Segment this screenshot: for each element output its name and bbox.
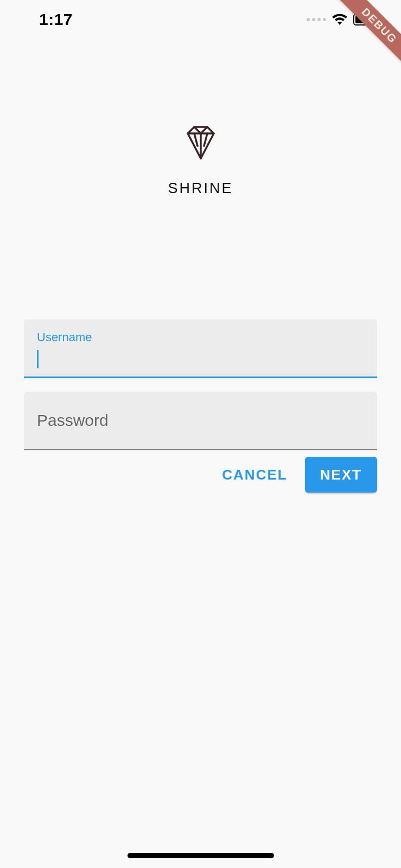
status-bar: 1:17 xyxy=(0,0,401,39)
svg-line-4 xyxy=(194,133,198,146)
button-row: CANCEL NEXT xyxy=(24,457,377,493)
password-field[interactable]: Password xyxy=(24,392,377,450)
wifi-icon xyxy=(332,14,348,25)
status-time: 1:17 xyxy=(39,10,73,29)
login-screen: SHRINE Username Password CANCEL NEXT xyxy=(0,126,401,493)
cancel-button[interactable]: CANCEL xyxy=(207,457,302,493)
diamond-icon xyxy=(183,126,218,161)
svg-line-5 xyxy=(204,133,207,146)
username-input[interactable] xyxy=(37,346,364,367)
login-form: Username Password CANCEL NEXT xyxy=(24,320,377,493)
username-field[interactable]: Username xyxy=(24,320,377,378)
svg-line-2 xyxy=(201,127,207,133)
app-name: SHRINE xyxy=(168,180,233,197)
svg-line-1 xyxy=(194,127,201,133)
next-button[interactable]: NEXT xyxy=(305,457,377,493)
logo-block: SHRINE xyxy=(24,126,377,197)
cellular-dots-icon xyxy=(307,18,326,21)
username-label: Username xyxy=(37,330,92,344)
home-indicator[interactable] xyxy=(128,853,274,858)
